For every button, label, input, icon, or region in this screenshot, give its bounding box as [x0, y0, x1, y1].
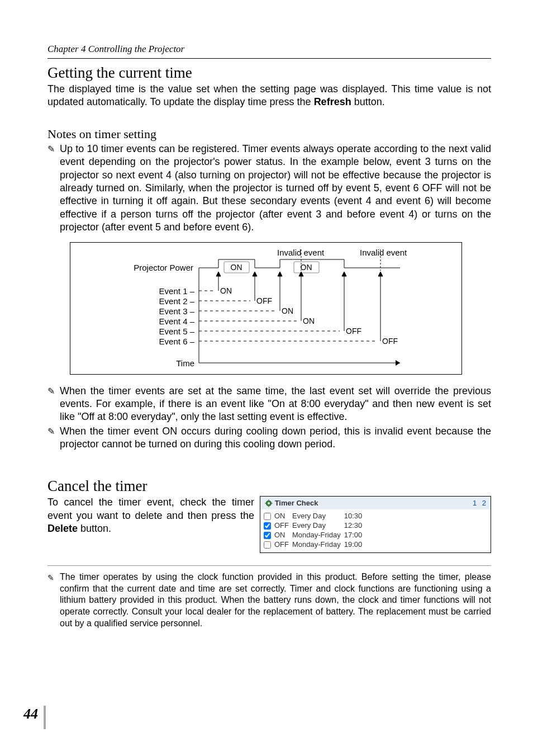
svg-marker-25	[342, 272, 346, 276]
timer-row-time: 19:00	[344, 540, 366, 549]
heading-notes-timer: Notes on timer setting	[47, 127, 491, 141]
timer-check-title: Timer Check	[275, 499, 318, 507]
svg-marker-27	[378, 272, 383, 276]
footnote-text: The timer operates by using the clock fu…	[60, 571, 491, 630]
heading-getting-current-time: Getting the current time	[47, 64, 491, 82]
timer-row-checkbox[interactable]	[264, 541, 271, 549]
timer-events-diagram: ON ON	[70, 242, 462, 375]
para-current-time-b: button.	[351, 96, 385, 107]
event-1-label: Event 1 –	[159, 286, 194, 296]
timer-row-state: OFF	[274, 540, 292, 549]
timer-row: OFFMonday-Friday19:00	[264, 540, 365, 549]
para-current-time: The displayed time is the value set when…	[47, 83, 491, 109]
svg-text:ON: ON	[220, 286, 232, 295]
svg-text:ON: ON	[301, 263, 312, 272]
svg-text:OFF: OFF	[382, 337, 398, 346]
on-label: ON	[162, 426, 177, 437]
note-2-text: When the timer events are set at the sam…	[60, 385, 491, 424]
time-axis-label: Time	[176, 358, 194, 368]
timer-row-checkbox[interactable]	[264, 522, 271, 530]
timer-check-pager: 1 2	[469, 499, 486, 507]
pencil-icon: ✎	[47, 571, 60, 630]
pencil-icon: ✎	[47, 425, 60, 451]
svg-rect-47	[272, 503, 273, 503]
footnote: ✎ The timer operates by using the clock …	[47, 571, 491, 630]
svg-marker-21	[278, 272, 282, 276]
para-current-time-a: The displayed time is the value set when…	[47, 83, 491, 107]
timer-row-checkbox[interactable]	[264, 532, 271, 539]
timer-check-header: Timer Check 1 2	[260, 497, 491, 509]
timer-row-schedule: Monday-Friday	[292, 540, 344, 549]
timer-row-schedule: Every Day	[292, 521, 344, 530]
gear-icon	[265, 499, 273, 507]
timer-row-schedule: Every Day	[292, 511, 344, 520]
event-2-label: Event 2 –	[159, 296, 194, 306]
chapter-title: Chapter 4 Controlling the Projector	[47, 44, 491, 59]
event-5-label: Event 5 –	[159, 327, 194, 336]
timer-row-state: OFF	[274, 521, 292, 530]
heading-cancel-timer: Cancel the timer	[47, 478, 491, 495]
timer-row-state: ON	[274, 530, 292, 540]
note-1-text: Up to 10 timer events can be registered.…	[60, 143, 491, 234]
svg-text:OFF: OFF	[346, 327, 361, 336]
timer-row-time: 12:30	[344, 521, 366, 530]
invalid-event-2: Invalid event	[360, 248, 407, 257]
timer-check-table: ONEvery Day10:30OFFEvery Day12:30ONMonda…	[264, 511, 365, 549]
timer-row-schedule: Monday-Friday	[292, 530, 344, 540]
para-cancel-timer: To cancel the timer event, check the tim…	[47, 496, 254, 535]
svg-point-43	[268, 502, 270, 504]
svg-text:ON: ON	[303, 316, 315, 325]
event-4-label: Event 4 –	[159, 316, 194, 326]
svg-rect-46	[265, 503, 266, 503]
event-3-label: Event 3 –	[159, 306, 194, 316]
invalid-event-1: Invalid event	[277, 248, 324, 257]
timer-row-checkbox[interactable]	[264, 513, 271, 520]
timer-check-panel: Timer Check 1 2 ONEvery Day10:30OFFEvery…	[260, 496, 491, 552]
svg-rect-45	[268, 506, 269, 507]
note-3-a: When the timer event	[60, 426, 162, 437]
note-1: ✎ Up to 10 timer events can be registere…	[47, 143, 491, 234]
pencil-icon: ✎	[47, 143, 60, 234]
pager-2[interactable]: 2	[482, 499, 486, 507]
footnote-divider	[47, 565, 491, 566]
timer-row-time: 17:00	[344, 530, 366, 540]
timer-row: ONEvery Day10:30	[264, 511, 365, 520]
timer-row-time: 10:30	[344, 511, 366, 520]
page-number-bar	[44, 706, 46, 729]
note-3-text: When the timer event ON occurs during co…	[60, 425, 491, 451]
note-3: ✎ When the timer event ON occurs during …	[47, 425, 491, 451]
projector-power-label: Projector Power	[134, 263, 193, 272]
svg-text:OFF: OFF	[256, 296, 272, 305]
refresh-label: Refresh	[314, 96, 351, 107]
para-cancel-a: To cancel the timer event, check the tim…	[47, 497, 254, 521]
note-2: ✎ When the timer events are set at the s…	[47, 385, 491, 424]
event-6-label: Event 6 –	[159, 337, 194, 346]
timer-row-state: ON	[274, 511, 292, 520]
timer-row: OFFEvery Day12:30	[264, 521, 365, 530]
svg-marker-17	[216, 272, 221, 276]
delete-label: Delete	[47, 523, 78, 534]
svg-marker-19	[253, 272, 257, 276]
svg-marker-2	[396, 360, 400, 366]
svg-text:ON: ON	[282, 306, 293, 315]
svg-rect-44	[268, 499, 269, 500]
pager-1[interactable]: 1	[473, 499, 477, 507]
svg-text:ON: ON	[231, 263, 242, 272]
timer-row: ONMonday-Friday17:00	[264, 530, 365, 540]
page-number: 44	[23, 706, 38, 722]
para-cancel-b: button.	[78, 523, 111, 534]
pencil-icon: ✎	[47, 385, 60, 424]
